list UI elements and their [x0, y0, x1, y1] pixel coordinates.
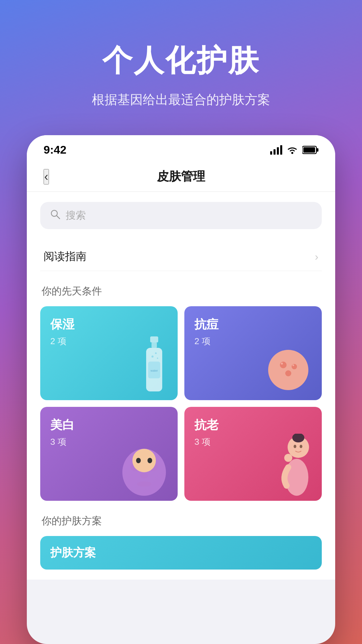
svg-point-21	[285, 370, 291, 376]
svg-point-18	[268, 350, 308, 390]
svg-rect-6	[316, 148, 318, 152]
svg-point-31	[147, 458, 152, 463]
status-icons	[270, 145, 318, 155]
search-icon	[50, 209, 60, 222]
innate-section: 你的先天条件 保湿 2 项	[40, 284, 322, 501]
skincare-section-title: 你的护肤方案	[40, 514, 322, 528]
acne-title: 抗痘	[194, 316, 312, 333]
signal-icon	[270, 145, 282, 155]
acne-card[interactable]: 抗痘 2 项	[184, 306, 322, 400]
svg-point-36	[284, 454, 292, 462]
battery-icon	[302, 146, 318, 154]
antiaging-card[interactable]: 抗老 3 项	[184, 407, 322, 501]
antiaging-illustration	[272, 434, 315, 501]
antiaging-title: 抗老	[194, 417, 312, 433]
status-bar: 9:42	[27, 135, 335, 162]
svg-point-19	[280, 362, 287, 368]
guide-row[interactable]: 阅读指南 ›	[40, 243, 322, 271]
acne-illustration	[265, 346, 312, 393]
svg-line-9	[57, 216, 60, 219]
svg-point-38	[300, 445, 302, 448]
moisturize-card[interactable]: 保湿 2 项 water	[40, 306, 178, 400]
svg-text:water: water	[150, 369, 158, 372]
skincare-card-title: 护肤方案	[50, 545, 96, 560]
svg-point-17	[157, 358, 158, 359]
hero-section: 个人化护肤 根据基因给出最适合的护肤方案	[0, 0, 362, 135]
whitening-card[interactable]: 美白 3 项	[40, 407, 178, 501]
svg-rect-7	[303, 147, 315, 153]
skincare-section: 你的护肤方案 护肤方案	[40, 514, 322, 570]
svg-point-4	[291, 152, 293, 154]
wifi-icon	[286, 145, 298, 155]
navigation-bar: ‹ 皮肤管理	[27, 162, 335, 192]
search-placeholder: 搜索	[66, 209, 86, 222]
page-title: 皮肤管理	[157, 168, 205, 185]
acne-count: 2 项	[194, 335, 312, 347]
mask-illustration	[117, 444, 171, 497]
svg-point-15	[152, 356, 154, 358]
phone-mockup: 9:42 ‹ 皮肤管	[27, 135, 335, 644]
svg-point-22	[281, 363, 283, 365]
search-bar[interactable]: 搜索	[40, 202, 322, 229]
hero-subtitle: 根据基因给出最适合的护肤方案	[20, 91, 342, 108]
guide-label: 阅读指南	[44, 249, 86, 264]
skincare-card[interactable]: 护肤方案	[40, 536, 322, 570]
svg-point-28	[137, 481, 152, 487]
cards-grid: 保湿 2 项 water	[40, 306, 322, 501]
back-button[interactable]: ‹	[44, 169, 49, 184]
svg-point-27	[140, 473, 148, 478]
hero-title: 个人化护肤	[20, 40, 342, 81]
svg-rect-1	[274, 149, 276, 155]
content-area: 搜索 阅读指南 › 你的先天条件 保湿 2 项	[27, 192, 335, 580]
status-time: 9:42	[44, 143, 66, 156]
bottle-illustration: water	[141, 336, 168, 397]
svg-point-30	[136, 458, 141, 463]
svg-point-20	[292, 364, 297, 369]
whitening-title: 美白	[50, 417, 168, 433]
moisturize-title: 保湿	[50, 316, 168, 333]
svg-point-16	[155, 353, 157, 354]
svg-point-37	[294, 445, 296, 448]
svg-point-29	[132, 449, 156, 472]
svg-rect-0	[270, 151, 272, 155]
svg-rect-3	[280, 145, 282, 155]
innate-section-title: 你的先天条件	[40, 284, 322, 298]
svg-rect-10	[150, 336, 158, 342]
chevron-right-icon: ›	[315, 251, 318, 263]
svg-point-23	[293, 365, 294, 366]
svg-rect-11	[152, 342, 157, 348]
svg-rect-2	[277, 147, 279, 155]
